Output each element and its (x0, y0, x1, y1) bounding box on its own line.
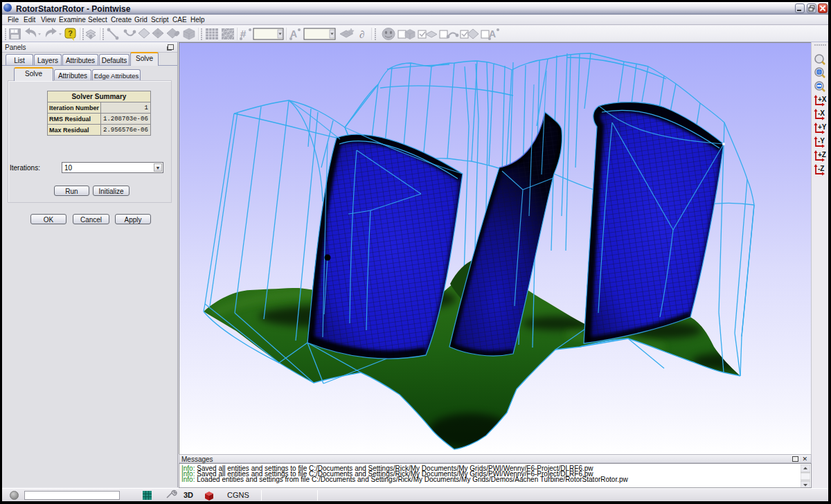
svg-text:+Z: +Z (818, 151, 826, 159)
svg-text:∂: ∂ (359, 29, 364, 40)
svg-text:-Z: -Z (818, 165, 824, 172)
svg-text:CGNS: CGNS (227, 491, 249, 499)
svg-text:-X: -X (818, 109, 825, 117)
svg-text:?: ? (68, 29, 73, 37)
svg-text:3D: 3D (184, 491, 193, 499)
svg-text:-Y: -Y (818, 137, 825, 145)
svg-text:+Y: +Y (818, 123, 827, 131)
svg-text:+X: +X (818, 96, 827, 103)
